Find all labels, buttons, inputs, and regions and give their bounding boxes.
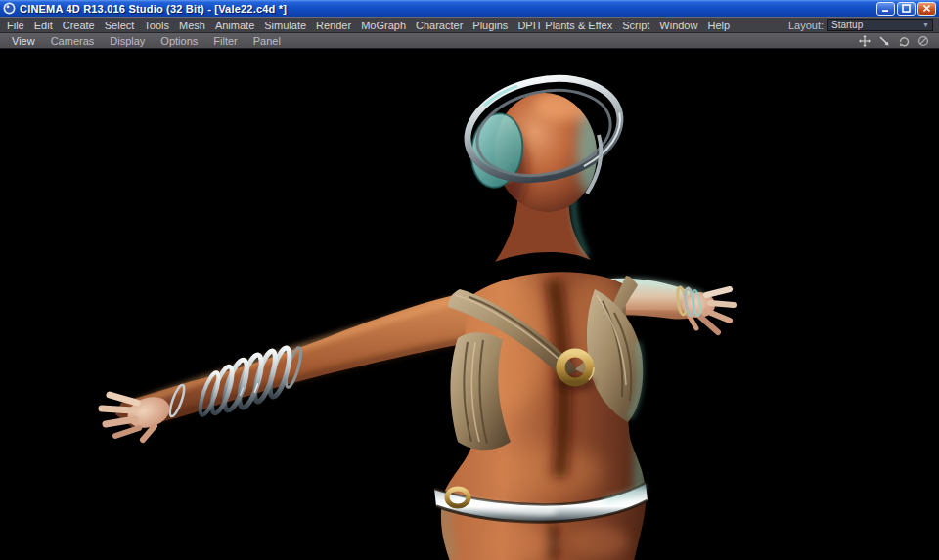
menu-item-window[interactable]: Window <box>654 19 702 32</box>
menu-item-select[interactable]: Select <box>100 19 140 32</box>
title-bar[interactable]: CINEMA 4D R13.016 Studio (32 Bit) - [Val… <box>0 0 939 17</box>
maximize-button[interactable] <box>897 2 916 16</box>
zoom-view-icon[interactable] <box>877 34 890 47</box>
chevron-down-icon: ▼ <box>922 22 929 28</box>
layout-control: Layout: Startup ▼ <box>788 19 937 31</box>
character-render <box>0 49 939 560</box>
viewport-menu-view[interactable]: View <box>4 35 43 47</box>
menu-item-mesh[interactable]: Mesh <box>174 19 210 32</box>
menu-item-file[interactable]: File <box>2 19 29 32</box>
close-button[interactable] <box>917 2 936 16</box>
menu-item-render[interactable]: Render <box>311 19 356 32</box>
toggle-active-view-icon[interactable] <box>917 34 929 47</box>
application-window: CINEMA 4D R13.016 Studio (32 Bit) - [Val… <box>0 0 939 560</box>
rotate-view-icon[interactable] <box>897 34 910 47</box>
menu-item-edit[interactable]: Edit <box>29 19 58 32</box>
viewport-menu-filter[interactable]: Filter <box>205 35 245 47</box>
menu-item-animate[interactable]: Animate <box>210 19 259 32</box>
layout-dropdown[interactable]: Startup ▼ <box>827 19 933 31</box>
viewport-canvas[interactable] <box>0 49 939 560</box>
layout-dropdown-value: Startup <box>831 20 863 30</box>
viewport-menu-bar: ViewCamerasDisplayOptionsFilterPanel <box>0 33 939 49</box>
menu-item-dpit-plants-effex[interactable]: DPIT Plants & Effex <box>513 19 617 32</box>
minimize-button[interactable] <box>876 2 895 16</box>
cinema4d-app-icon <box>3 2 16 15</box>
menu-item-mograph[interactable]: MoGraph <box>356 19 411 32</box>
pan-view-icon[interactable] <box>858 34 871 47</box>
layout-label: Layout: <box>788 20 824 31</box>
viewport-menu-options[interactable]: Options <box>153 35 205 47</box>
menu-item-simulate[interactable]: Simulate <box>259 19 311 32</box>
viewport-menu-display[interactable]: Display <box>102 35 153 47</box>
main-menu-bar: FileEditCreateSelectToolsMeshAnimateSimu… <box>0 17 939 33</box>
menu-items: FileEditCreateSelectToolsMeshAnimateSimu… <box>2 19 735 32</box>
viewport-nav-icons <box>858 34 935 47</box>
menu-item-tools[interactable]: Tools <box>139 19 174 32</box>
menu-item-character[interactable]: Character <box>411 19 468 32</box>
viewport-menu-cameras[interactable]: Cameras <box>43 35 103 47</box>
menu-item-script[interactable]: Script <box>617 19 654 32</box>
menu-item-create[interactable]: Create <box>58 19 100 32</box>
window-title: CINEMA 4D R13.016 Studio (32 Bit) - [Val… <box>20 3 872 15</box>
menu-item-help[interactable]: Help <box>702 19 735 32</box>
window-controls <box>876 2 936 16</box>
menu-item-plugins[interactable]: Plugins <box>468 19 513 32</box>
viewport-menu-panel[interactable]: Panel <box>246 35 289 47</box>
viewport-menus: ViewCamerasDisplayOptionsFilterPanel <box>4 35 289 47</box>
